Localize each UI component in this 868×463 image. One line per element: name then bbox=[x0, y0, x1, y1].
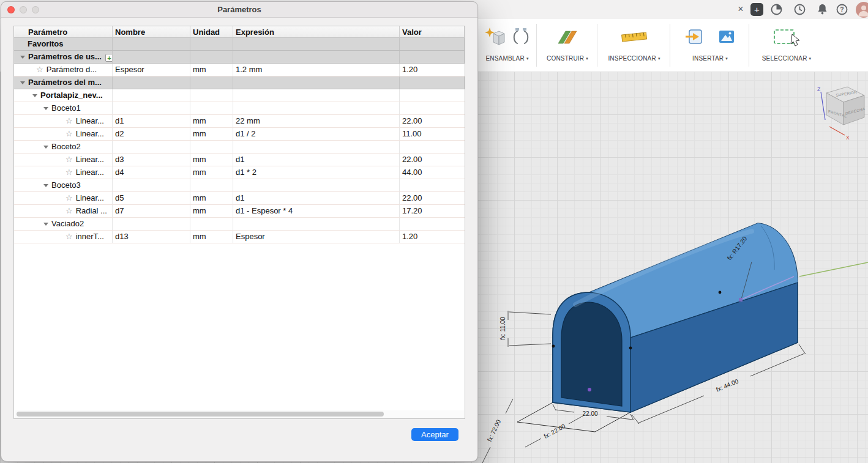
toolbar-group-construir[interactable]: CONSTRUIR▾ bbox=[538, 19, 597, 72]
table-cell[interactable]: 22.00 bbox=[400, 192, 465, 204]
avatar[interactable] bbox=[856, 2, 868, 18]
table-cell[interactable]: mm bbox=[190, 64, 233, 76]
table-cell[interactable]: mm bbox=[190, 115, 233, 127]
select-box-icon[interactable] bbox=[773, 27, 801, 46]
new-tab-button[interactable]: + bbox=[750, 3, 763, 16]
table-cell[interactable]: mm bbox=[190, 231, 233, 243]
table-cell[interactable]: mm bbox=[190, 154, 233, 166]
group-row[interactable]: Portalapiz_nev... bbox=[14, 89, 465, 102]
group-row[interactable]: Parámetros del m... bbox=[14, 76, 465, 89]
group-row[interactable]: Boceto3 bbox=[14, 179, 465, 192]
canvas-image-icon[interactable] bbox=[717, 28, 736, 46]
table-cell[interactable]: 1.20 bbox=[400, 64, 465, 76]
parameter-row[interactable]: ☆innerT...d13mmEspesor1.20 bbox=[14, 231, 465, 243]
column-header-unidad[interactable]: Unidad bbox=[190, 26, 233, 38]
favorite-star-icon[interactable]: ☆ bbox=[65, 193, 73, 202]
table-cell[interactable]: mm bbox=[190, 128, 233, 140]
group-row[interactable]: Boceto1 bbox=[14, 102, 465, 115]
table-cell[interactable]: d1 * 2 bbox=[233, 166, 400, 179]
close-button[interactable] bbox=[7, 6, 15, 13]
favorite-star-icon[interactable]: ☆ bbox=[65, 129, 73, 138]
table-cell bbox=[113, 141, 190, 153]
extensions-icon[interactable] bbox=[769, 2, 784, 17]
parameter-row[interactable]: ☆Linear...d5mmd122.00 bbox=[14, 192, 465, 205]
expand-chevron-icon[interactable] bbox=[43, 223, 48, 226]
expand-chevron-icon[interactable] bbox=[32, 94, 37, 97]
expand-chevron-icon[interactable] bbox=[20, 81, 25, 84]
table-cell[interactable]: mm bbox=[190, 205, 233, 217]
new-component-icon[interactable] bbox=[484, 26, 506, 47]
table-cell[interactable]: d1 bbox=[233, 192, 400, 204]
dialog-titlebar[interactable]: Parámetros bbox=[1, 2, 477, 18]
accept-button[interactable]: Aceptar bbox=[411, 428, 458, 441]
column-header-expresion[interactable]: Expresión bbox=[233, 26, 400, 38]
row-label: Linear... bbox=[76, 116, 104, 125]
table-cell[interactable]: 22.00 bbox=[400, 115, 465, 127]
scrollbar-thumb[interactable] bbox=[17, 412, 384, 417]
table-cell[interactable]: 22.00 bbox=[400, 154, 465, 166]
parameter-row[interactable]: ☆Linear...d2mmd1 / 211.00 bbox=[14, 128, 465, 141]
group-row[interactable]: Parámetros de us...+ bbox=[14, 51, 465, 64]
dropdown-caret-icon: ▾ bbox=[658, 56, 660, 61]
parameter-row[interactable]: ☆Linear...d1mm22 mm22.00 bbox=[14, 115, 465, 128]
expand-chevron-icon[interactable] bbox=[20, 56, 25, 59]
job-status-clock-icon[interactable] bbox=[793, 2, 807, 17]
expand-chevron-icon[interactable] bbox=[43, 146, 48, 149]
table-cell[interactable]: mm bbox=[190, 192, 233, 204]
toolbar-label: CONSTRUIR bbox=[547, 55, 584, 62]
toolbar-group-insertar[interactable]: INSERTAR▾ bbox=[672, 19, 749, 72]
table-cell[interactable]: Espesor bbox=[233, 231, 400, 243]
table-cell[interactable]: 22 mm bbox=[233, 115, 400, 127]
table-cell[interactable]: d1 - Espesor * 4 bbox=[233, 205, 400, 217]
joint-icon[interactable] bbox=[511, 26, 531, 47]
table-cell[interactable]: Espesor bbox=[113, 64, 190, 76]
table-cell[interactable]: d3 bbox=[113, 154, 190, 166]
column-header-parametro[interactable]: Parámetro bbox=[14, 26, 113, 38]
table-cell[interactable]: 1.20 bbox=[400, 231, 465, 243]
table-cell[interactable]: d2 bbox=[113, 128, 190, 140]
toolbar-group-seleccionar[interactable]: SELECCIONAR▾ bbox=[750, 19, 823, 72]
favorite-star-icon[interactable]: ☆ bbox=[36, 65, 43, 74]
insert-derive-icon[interactable] bbox=[684, 27, 704, 46]
favorite-star-icon[interactable]: ☆ bbox=[65, 116, 73, 125]
table-cell[interactable]: d4 bbox=[113, 166, 190, 179]
tab-close-icon[interactable]: × bbox=[734, 2, 747, 16]
expand-chevron-icon[interactable] bbox=[43, 107, 48, 110]
table-cell[interactable]: 11.00 bbox=[400, 128, 465, 140]
column-header-valor[interactable]: Valor bbox=[400, 26, 465, 38]
table-cell[interactable]: d5 bbox=[113, 192, 190, 204]
parameter-row[interactable]: ☆Linear...d4mmd1 * 244.00 bbox=[14, 166, 465, 179]
add-user-parameter-button[interactable]: + bbox=[105, 54, 113, 62]
favorite-star-icon[interactable]: ☆ bbox=[65, 206, 73, 215]
group-row[interactable]: Favoritos bbox=[14, 38, 465, 51]
horizontal-scrollbar[interactable] bbox=[15, 410, 464, 418]
help-icon[interactable]: ? bbox=[835, 2, 849, 17]
table-cell bbox=[400, 89, 465, 102]
toolbar-group-ensamblar[interactable]: ENSAMBLAR▾ bbox=[479, 19, 536, 72]
favorite-star-icon[interactable]: ☆ bbox=[65, 155, 73, 164]
table-cell[interactable]: d7 bbox=[113, 205, 190, 217]
table-cell[interactable]: d1 / 2 bbox=[233, 128, 400, 140]
expand-chevron-icon[interactable] bbox=[43, 184, 48, 187]
group-row[interactable]: Boceto2 bbox=[14, 141, 465, 154]
favorite-star-icon[interactable]: ☆ bbox=[65, 168, 73, 177]
favorite-star-icon[interactable]: ☆ bbox=[65, 232, 73, 241]
construct-plane-icon[interactable] bbox=[556, 26, 579, 47]
table-cell[interactable]: d1 bbox=[233, 154, 400, 166]
view-cube[interactable]: SUPERIOR FRONTAL DERECHA Z X bbox=[809, 81, 868, 142]
table-cell[interactable]: 17.20 bbox=[400, 205, 465, 217]
table-cell[interactable]: 44.00 bbox=[400, 166, 465, 179]
parameter-row[interactable]: ☆Radial ...d7mmd1 - Espesor * 417.20 bbox=[14, 205, 465, 218]
toolbar-label: INSERTAR bbox=[692, 55, 724, 62]
parameter-row[interactable]: ☆Parámetro d...Espesormm1.2 mm1.20 bbox=[14, 64, 465, 76]
toolbar-group-inspeccionar[interactable]: INSPECCIONAR▾ bbox=[599, 19, 670, 72]
parameter-row[interactable]: ☆Linear...d3mmd122.00 bbox=[14, 154, 465, 166]
table-cell[interactable]: d1 bbox=[113, 115, 190, 127]
table-cell[interactable]: mm bbox=[190, 166, 233, 179]
group-row[interactable]: Vaciado2 bbox=[14, 218, 465, 231]
notifications-bell-icon[interactable] bbox=[815, 2, 829, 17]
measure-ruler-icon[interactable] bbox=[620, 28, 648, 46]
column-header-nombre[interactable]: Nombre bbox=[113, 26, 190, 38]
table-cell[interactable]: d13 bbox=[113, 231, 190, 243]
table-cell[interactable]: 1.2 mm bbox=[233, 64, 400, 76]
